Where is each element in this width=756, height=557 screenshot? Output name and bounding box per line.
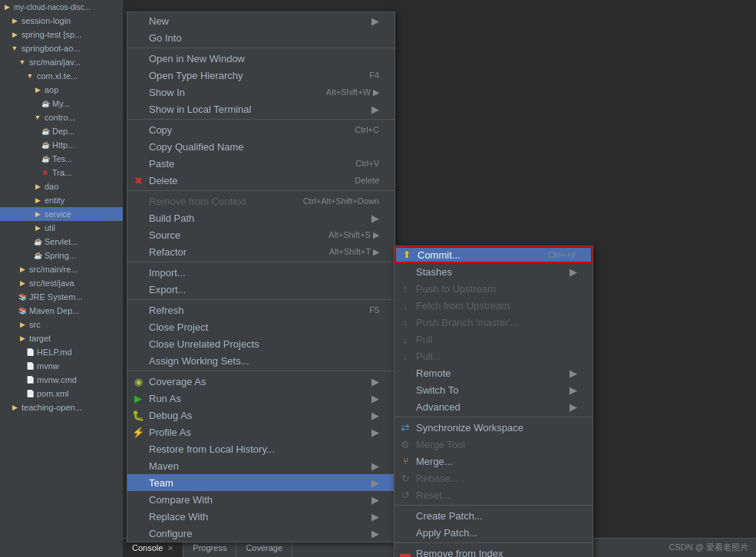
menu-label-merge: Merge... bbox=[416, 456, 453, 467]
tree-item-src[interactable]: ▶ src bbox=[0, 318, 123, 331]
menu-item-source[interactable]: Source Alt+Shift+S ▶ bbox=[127, 226, 395, 243]
tree-item-mvnw[interactable]: 📄 mvnw bbox=[0, 359, 123, 373]
tree-item-entity[interactable]: ▶ entity bbox=[0, 193, 123, 207]
menu-item-compare-with[interactable]: Compare With ▶ bbox=[127, 491, 395, 508]
tree-item-jre[interactable]: 📚 JRE System... bbox=[0, 290, 123, 304]
menu-item-new[interactable]: New ▶ bbox=[127, 12, 395, 29]
tree-item-tes[interactable]: ☕ Tes... bbox=[0, 152, 123, 166]
tree-item-service[interactable]: ▶ service bbox=[0, 207, 123, 221]
tree-item-target[interactable]: ▶ target bbox=[0, 331, 123, 345]
tree-item-src-test[interactable]: ▶ src/test/java bbox=[0, 276, 123, 290]
tab-console-close[interactable]: ✕ bbox=[167, 544, 173, 552]
tree-item-servlet[interactable]: ☕ Servlet... bbox=[0, 235, 123, 249]
menu-item-copy[interactable]: Copy Ctrl+C bbox=[127, 121, 395, 138]
menu-item-coverage-as[interactable]: ◉ Coverage As ▶ bbox=[127, 373, 395, 390]
menu-item-push-branch[interactable]: ↑ Push Branch 'master'... bbox=[395, 314, 593, 331]
tree-item-help[interactable]: 📄 HELP.md bbox=[0, 345, 123, 359]
menu-item-debug-as[interactable]: 🐛 Debug As ▶ bbox=[127, 407, 395, 424]
menu-item-pull-dots[interactable]: ↓ Pull... bbox=[395, 348, 593, 364]
menu-item-export[interactable]: Export... bbox=[127, 281, 395, 298]
menu-label-create-patch: Create Patch... bbox=[416, 510, 483, 522]
menu-item-open-new-window[interactable]: Open in New Window bbox=[127, 50, 395, 67]
menu-label-run-as: Run As bbox=[149, 393, 181, 404]
tree-item-maven-dep[interactable]: 📚 Maven Dep... bbox=[0, 304, 123, 318]
menu-item-fetch-upstream[interactable]: ↓ Fetch from Upstream bbox=[395, 297, 593, 314]
menu-item-push-upstream[interactable]: ↑ Push to Upstream bbox=[395, 280, 593, 297]
menu-label-source: Source bbox=[149, 229, 180, 241]
file-icon-pom: 📄 bbox=[25, 388, 35, 399]
menu-item-import[interactable]: Import... bbox=[127, 264, 395, 281]
tree-item-com[interactable]: ▼ com.xl.te... bbox=[0, 69, 123, 83]
menu-divider-sub-2 bbox=[395, 505, 593, 506]
tree-item-spring[interactable]: ☕ Spring... bbox=[0, 249, 123, 262]
folder-icon-contro: ▼ bbox=[32, 112, 43, 123]
tree-item-aop[interactable]: ▶ aop bbox=[0, 83, 123, 97]
tree-item-http[interactable]: ☕ Http... bbox=[0, 138, 123, 152]
menu-item-switch-to[interactable]: Switch To ▶ bbox=[395, 381, 593, 398]
menu-item-close-project[interactable]: Close Project bbox=[127, 318, 395, 335]
menu-item-commit[interactable]: ⬆ Commit... Ctrl++# bbox=[395, 246, 593, 263]
menu-item-remove-index[interactable]: ▬ Remove from Index bbox=[395, 545, 593, 557]
menu-item-refresh[interactable]: Refresh F5 bbox=[127, 302, 395, 318]
tree-item-src-main[interactable]: ▼ src/main/jav... bbox=[0, 55, 123, 69]
menu-item-assign-working-sets[interactable]: Assign Working Sets... bbox=[127, 352, 395, 369]
menu-item-configure[interactable]: Configure ▶ bbox=[127, 525, 395, 542]
shortcut-refresh: F5 bbox=[369, 305, 379, 315]
tree-item-pom[interactable]: 📄 pom.xml bbox=[0, 387, 123, 400]
menu-item-open-type-hierarchy[interactable]: Open Type Hierarchy F4 bbox=[127, 67, 395, 84]
menu-item-refactor[interactable]: Refactor Alt+Shift+T ▶ bbox=[127, 243, 395, 260]
shortcut-commit: Ctrl++# bbox=[548, 250, 576, 259]
menu-item-build-path[interactable]: Build Path ▶ bbox=[127, 209, 395, 226]
menu-item-remove-context[interactable]: Remove from Context Ctrl+Alt+Shift+Down bbox=[127, 193, 395, 209]
tree-item-util[interactable]: ▶ util bbox=[0, 221, 123, 235]
menu-item-replace-with[interactable]: Replace With ▶ bbox=[127, 508, 395, 525]
tree-item-spring-test[interactable]: ▶ spring-test [sp... bbox=[0, 28, 123, 41]
tree-item-dep[interactable]: ☕ Dep... bbox=[0, 124, 123, 138]
library-icon-maven: 📚 bbox=[17, 305, 28, 316]
menu-label-refresh: Refresh bbox=[149, 305, 184, 316]
menu-item-show-in[interactable]: Show In Alt+Shift+W ▶ bbox=[127, 84, 395, 101]
tree-item-src-main-res[interactable]: ▶ src/main/re... bbox=[0, 262, 123, 276]
menu-item-profile-as[interactable]: ⚡ Profile As ▶ bbox=[127, 424, 395, 440]
tree-item-springboot[interactable]: ▼ springboot-ao... bbox=[0, 41, 123, 55]
menu-item-advanced[interactable]: Advanced ▶ bbox=[395, 398, 593, 415]
menu-label-paste: Paste bbox=[149, 158, 174, 170]
menu-item-sync-workspace[interactable]: ⇄ Synchronize Workspace bbox=[395, 419, 593, 436]
menu-item-apply-patch[interactable]: Apply Patch... bbox=[395, 524, 593, 541]
menu-item-close-unrelated[interactable]: Close Unrelated Projects bbox=[127, 335, 395, 352]
tree-item-my[interactable]: ☕ My... bbox=[0, 97, 123, 110]
menu-label-team: Team bbox=[149, 477, 173, 489]
menu-divider-6 bbox=[127, 371, 395, 371]
menu-item-go-into[interactable]: Go Into bbox=[127, 29, 395, 46]
menu-item-delete[interactable]: ✖ Delete Delete bbox=[127, 172, 395, 189]
folder-icon-0: ▶ bbox=[2, 2, 12, 12]
rebase-icon: ↻ bbox=[399, 472, 411, 484]
menu-item-team[interactable]: Team ▶ bbox=[127, 474, 395, 491]
menu-item-paste[interactable]: Paste Ctrl+V bbox=[127, 155, 395, 172]
watermark-text: CSDN @ 爱看老照片 bbox=[669, 542, 748, 552]
menu-item-maven[interactable]: Maven ▶ bbox=[127, 457, 395, 474]
file-icon-mvnw: 📄 bbox=[25, 361, 35, 371]
tree-item-0[interactable]: ▶ my-cloud-nacos-disc... bbox=[0, 0, 123, 14]
tree-item-contro[interactable]: ▼ contro... bbox=[0, 110, 123, 124]
menu-label-show-local-terminal: Show in Local Terminal bbox=[149, 104, 251, 115]
tree-item-mvnw-cmd[interactable]: 📄 mvnw.cmd bbox=[0, 373, 123, 387]
tree-item-tra[interactable]: ✖ Tra... bbox=[0, 166, 123, 180]
menu-item-pull[interactable]: ↓ Pull bbox=[395, 331, 593, 348]
menu-item-create-patch[interactable]: Create Patch... bbox=[395, 507, 593, 524]
menu-item-merge-tool[interactable]: ⚙ Merge Tool bbox=[395, 436, 593, 453]
tree-item-session[interactable]: ▶ session-login bbox=[0, 14, 123, 28]
menu-label-import: Import... bbox=[149, 267, 186, 278]
menu-item-reset[interactable]: ↺ Reset... bbox=[395, 486, 593, 503]
tree-item-dao[interactable]: ▶ dao bbox=[0, 180, 123, 193]
tree-item-teaching[interactable]: ▶ teaching-open... bbox=[0, 400, 123, 414]
menu-item-stashes[interactable]: Stashes ▶ bbox=[395, 263, 593, 280]
menu-item-copy-qualified-name[interactable]: Copy Qualified Name bbox=[127, 138, 395, 155]
menu-item-remote[interactable]: Remote ▶ bbox=[395, 364, 593, 381]
menu-item-run-as[interactable]: ▶ Run As ▶ bbox=[127, 390, 395, 407]
menu-item-merge[interactable]: ⑂ Merge... bbox=[395, 453, 593, 470]
menu-item-restore-local-history[interactable]: Restore from Local History... bbox=[127, 440, 395, 457]
menu-item-rebase[interactable]: ↻ Rebase... bbox=[395, 470, 593, 486]
menu-item-show-local-terminal[interactable]: Show in Local Terminal ▶ bbox=[127, 101, 395, 117]
commit-icon: ⬆ bbox=[401, 249, 413, 261]
